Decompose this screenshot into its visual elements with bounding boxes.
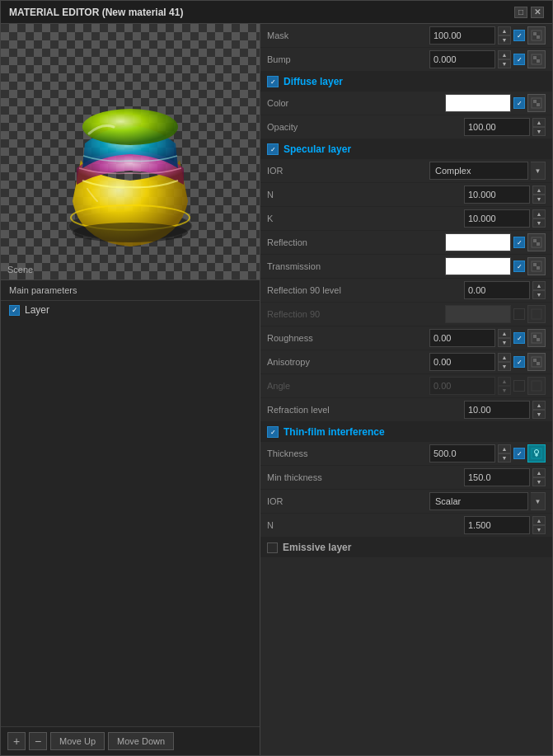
color-check[interactable]: ✓ — [513, 97, 525, 109]
close-button[interactable]: ✕ — [531, 7, 544, 18]
reflection90level-up[interactable]: ▲ — [532, 281, 546, 290]
svg-rect-18 — [537, 266, 540, 270]
min-thickness-up[interactable]: ▲ — [532, 468, 546, 477]
transmission-swatch[interactable] — [445, 257, 511, 275]
mask-check[interactable]: ✓ — [513, 30, 525, 41]
n2-controls: ▲ ▼ — [464, 516, 546, 534]
roughness-up[interactable]: ▲ — [498, 329, 511, 338]
min-thickness-input[interactable] — [464, 468, 530, 486]
n-input[interactable] — [464, 185, 530, 204]
angle-label: Angle — [267, 381, 429, 391]
angle-check — [513, 380, 525, 392]
transmission-label: Transmission — [267, 261, 445, 271]
mask-down[interactable]: ▼ — [498, 35, 511, 45]
n-down[interactable]: ▼ — [532, 195, 546, 204]
diffuse-layer-header: ✓ Diffuse layer — [260, 72, 552, 92]
mask-controls: ▲ ▼ ✓ — [429, 26, 546, 45]
anisotropy-down[interactable]: ▼ — [498, 362, 511, 371]
move-up-button[interactable]: Move Up — [50, 732, 105, 750]
move-down-button[interactable]: Move Down — [108, 732, 174, 750]
reflection90level-input[interactable] — [464, 281, 530, 299]
refraction-level-up[interactable]: ▲ — [532, 401, 546, 410]
specular-layer-check[interactable]: ✓ — [267, 143, 279, 155]
add-button[interactable]: + — [7, 732, 26, 750]
thin-film-check[interactable]: ✓ — [267, 426, 279, 438]
bump-down[interactable]: ▼ — [498, 59, 511, 68]
reflection90level-down[interactable]: ▼ — [532, 290, 546, 299]
preview-canvas — [1, 24, 260, 279]
anisotropy-check[interactable]: ✓ — [513, 356, 525, 368]
thickness-spin: ▲ ▼ — [498, 444, 511, 463]
reflection90level-label: Reflection 90 level — [267, 285, 464, 295]
mask-up[interactable]: ▲ — [498, 26, 511, 35]
transmission-check[interactable]: ✓ — [513, 261, 525, 272]
thickness-down[interactable]: ▼ — [498, 453, 511, 463]
n2-up[interactable]: ▲ — [532, 516, 546, 525]
n2-down[interactable]: ▼ — [532, 525, 546, 534]
n2-input[interactable] — [464, 516, 530, 534]
mask-row: Mask ▲ ▼ ✓ — [260, 24, 552, 48]
min-thickness-row: Min thickness ▲ ▼ — [260, 466, 552, 490]
preview-object — [31, 45, 229, 259]
reflection90level-spin: ▲ ▼ — [532, 281, 546, 299]
ior2-row: IOR Scalar ▼ — [260, 490, 552, 514]
k-down[interactable]: ▼ — [532, 218, 546, 228]
bottom-buttons: + − Move Up Move Down — [1, 726, 260, 755]
bump-input[interactable] — [429, 50, 495, 68]
emissive-layer-check[interactable] — [267, 542, 278, 553]
opacity-down[interactable]: ▼ — [532, 127, 546, 136]
color-texture-btn[interactable] — [527, 94, 546, 112]
thickness-check[interactable]: ✓ — [513, 448, 525, 459]
min-thickness-down[interactable]: ▼ — [532, 477, 546, 486]
roughness-input[interactable] — [429, 329, 495, 347]
mask-input[interactable] — [429, 26, 495, 45]
mask-swatch[interactable] — [527, 26, 546, 45]
svg-rect-24 — [533, 359, 537, 362]
refraction-level-down[interactable]: ▼ — [532, 410, 546, 419]
k-up[interactable]: ▲ — [532, 209, 546, 218]
angle-input — [429, 377, 495, 395]
bump-check[interactable]: ✓ — [513, 54, 525, 65]
ior-controls: Complex ▼ — [429, 162, 546, 180]
layer-checkbox[interactable]: ✓ — [9, 305, 20, 316]
reflection-texture-btn[interactable] — [527, 233, 546, 251]
roughness-label: Roughness — [267, 333, 429, 343]
ior2-controls: Scalar ▼ — [429, 492, 546, 510]
reflection-check[interactable]: ✓ — [513, 237, 525, 248]
thickness-texture-btn[interactable] — [527, 444, 546, 463]
opacity-up[interactable]: ▲ — [532, 118, 546, 127]
anisotropy-input[interactable] — [429, 353, 495, 371]
thickness-up[interactable]: ▲ — [498, 444, 511, 453]
reflection90-texture-btn — [527, 305, 546, 323]
bump-swatch[interactable] — [527, 50, 546, 68]
n-row: N ▲ ▼ — [260, 183, 552, 207]
reflection-label: Reflection — [267, 237, 445, 247]
svg-rect-19 — [532, 309, 541, 319]
roughness-down[interactable]: ▼ — [498, 338, 511, 347]
bump-up[interactable]: ▲ — [498, 50, 511, 59]
remove-button[interactable]: − — [29, 732, 47, 750]
anisotropy-up[interactable]: ▲ — [498, 353, 511, 362]
ior-label: IOR — [267, 166, 429, 176]
anisotropy-swatch[interactable] — [527, 353, 546, 371]
ior-dropdown-arrow[interactable]: ▼ — [531, 162, 546, 180]
ior2-dropdown-arrow[interactable]: ▼ — [531, 492, 546, 510]
layer-label: Layer — [25, 304, 49, 316]
angle-up: ▲ — [498, 377, 511, 386]
k-input[interactable] — [464, 209, 530, 228]
color-swatch[interactable] — [445, 94, 511, 112]
svg-rect-5 — [533, 32, 537, 35]
roughness-check[interactable]: ✓ — [513, 332, 525, 344]
reflection-swatch[interactable] — [445, 233, 511, 251]
n-up[interactable]: ▲ — [532, 185, 546, 195]
roughness-swatch[interactable] — [527, 329, 546, 347]
refraction-level-input[interactable] — [464, 401, 530, 419]
transmission-texture-btn[interactable] — [527, 257, 546, 275]
opacity-input[interactable] — [464, 118, 530, 136]
params-header: Main parameters — [1, 280, 260, 301]
diffuse-layer-check[interactable]: ✓ — [267, 76, 279, 87]
n2-label: N — [267, 520, 464, 530]
minimize-button[interactable]: □ — [514, 7, 527, 18]
svg-rect-22 — [537, 338, 540, 341]
thickness-input[interactable] — [429, 444, 495, 463]
